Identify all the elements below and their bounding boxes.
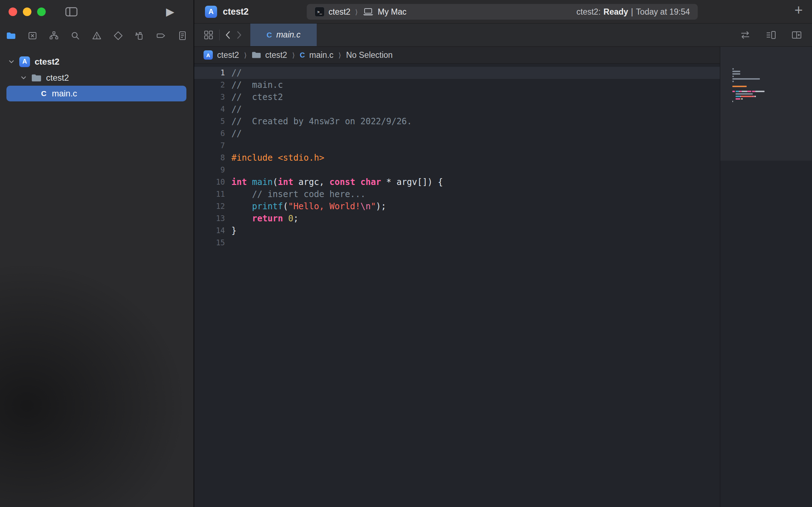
code-lines: 1//2// main.c3// ctest24//5// Created by…	[194, 67, 720, 249]
minimap[interactable]	[720, 47, 812, 507]
line-number: 4	[194, 105, 225, 114]
code-line[interactable]: 6//	[194, 127, 720, 140]
line-number: 13	[194, 214, 225, 223]
add-editor-button[interactable]	[791, 30, 802, 40]
code-line[interactable]: 7	[194, 140, 720, 152]
code-line[interactable]: 14}	[194, 225, 720, 237]
minimap-visible-region[interactable]	[720, 47, 812, 161]
xcode-project-icon: A	[204, 50, 213, 60]
tab-bar: C main.c	[194, 24, 812, 47]
line-number: 15	[194, 239, 225, 247]
code-line[interactable]: 1//	[194, 67, 720, 79]
code-line[interactable]: 2// main.c	[194, 79, 720, 91]
jumpbar-item-selection[interactable]: No Selection	[346, 50, 392, 60]
activity-status[interactable]: ctest2: Ready | Today at 19:54	[576, 7, 690, 17]
line-number: 3	[194, 93, 225, 101]
code-line[interactable]: 11 // insert code here...	[194, 188, 720, 200]
code-line[interactable]: 15	[194, 237, 720, 249]
line-number: 14	[194, 226, 225, 235]
tab-main-c[interactable]: C main.c	[250, 24, 317, 46]
line-number: 2	[194, 81, 225, 89]
go-back-button[interactable]	[225, 31, 231, 39]
code-line[interactable]: 4//	[194, 103, 720, 115]
jumpbar-item-project[interactable]: ctest2	[217, 50, 239, 60]
zoom-window-button[interactable]	[37, 7, 46, 16]
destination-laptop-icon	[362, 8, 374, 16]
xcode-project-icon: A	[19, 56, 30, 67]
scheme-destination: My Mac	[378, 7, 407, 17]
tab-overview-button[interactable]	[204, 30, 214, 40]
jump-bar: A ctest2 ⟩ ctest2 ⟩ C main.c ⟩ No Select…	[194, 47, 720, 64]
line-number: 11	[194, 190, 225, 199]
chevron-separator-icon: ⟩	[243, 51, 247, 59]
code-line[interactable]: 8#include <stdio.h>	[194, 152, 720, 164]
jumpbar-item-file[interactable]: main.c	[309, 50, 334, 60]
line-number: 12	[194, 202, 225, 211]
tab-bar-left-controls	[204, 30, 242, 40]
scheme-name: ctest2	[329, 7, 350, 17]
library-button[interactable]: +	[795, 3, 803, 17]
tree-item-file-selected[interactable]: C main.c	[6, 86, 186, 101]
jumpbar-item-group[interactable]: ctest2	[265, 50, 287, 60]
tree-item-label: ctest2	[35, 57, 59, 67]
tree-item-group[interactable]: ctest2	[0, 70, 194, 86]
tab-label: main.c	[276, 30, 301, 40]
divider	[219, 30, 220, 40]
chevron-separator-icon: ⟩	[291, 51, 295, 59]
folder-icon	[31, 74, 41, 82]
line-number: 6	[194, 129, 225, 138]
folder-icon	[252, 51, 261, 59]
go-forward-button[interactable]	[236, 31, 242, 39]
project-app-icon: A	[205, 6, 217, 18]
code-line[interactable]: 9	[194, 164, 720, 176]
line-number: 10	[194, 178, 225, 186]
close-window-button[interactable]	[9, 7, 17, 16]
disclosure-chevron-icon[interactable]	[9, 60, 14, 63]
run-button[interactable]: ▶	[166, 6, 174, 17]
test-navigator-icon[interactable]	[113, 30, 124, 41]
report-navigator-icon[interactable]	[177, 30, 188, 41]
minimize-window-button[interactable]	[23, 7, 31, 16]
line-number: 9	[194, 166, 225, 174]
status-state: Ready	[603, 7, 628, 17]
code-review-button[interactable]	[740, 30, 751, 40]
toggle-sidebar-button[interactable]	[65, 7, 77, 16]
sidebar-toggle-icon	[65, 7, 77, 16]
minimap-empty-region	[720, 161, 812, 507]
disclosure-chevron-icon[interactable]	[21, 76, 26, 79]
scheme-selector[interactable]: >_ ctest2 ⟩ My Mac	[315, 7, 406, 17]
code-line[interactable]: 3// ctest2	[194, 91, 720, 103]
c-file-icon: C	[41, 89, 46, 98]
target-terminal-icon: >_	[315, 7, 325, 17]
c-file-icon: C	[267, 31, 272, 39]
line-number: 1	[194, 69, 225, 77]
debug-navigator-icon[interactable]	[134, 30, 145, 41]
tree-item-project[interactable]: A ctest2	[0, 54, 194, 70]
symbol-navigator-icon[interactable]	[49, 30, 59, 41]
navigator-sidebar: ▶	[0, 0, 194, 507]
editor-area: A ctest2 >_ ctest2 ⟩ My Mac ctest2: Read…	[194, 0, 812, 507]
c-file-icon: C	[300, 51, 305, 59]
code-line[interactable]: 5// Created by 4nsw3r on 2022/9/26.	[194, 115, 720, 127]
source-control-navigator-icon[interactable]	[27, 30, 38, 41]
status-time: Today at 19:54	[636, 7, 690, 17]
code-line[interactable]: 12 printf("Hello, World!\n");	[194, 200, 720, 212]
toolbar: A ctest2 >_ ctest2 ⟩ My Mac ctest2: Read…	[194, 0, 812, 24]
find-navigator-icon[interactable]	[70, 30, 81, 41]
project-navigator-icon[interactable]	[6, 30, 16, 41]
line-number: 7	[194, 141, 225, 150]
source-editor[interactable]: 1//2// main.c3// ctest24//5// Created by…	[194, 64, 720, 507]
code-line[interactable]: 10int main(int argc, const char * argv[]…	[194, 176, 720, 188]
toolbar-center-pill: >_ ctest2 ⟩ My Mac ctest2: Ready | Today…	[307, 4, 698, 20]
issue-navigator-icon[interactable]	[91, 30, 102, 41]
window-controls	[9, 7, 46, 16]
editor-body: A ctest2 ⟩ ctest2 ⟩ C main.c ⟩ No Select…	[194, 47, 812, 507]
navigator-tab-bar	[0, 24, 194, 48]
editor-options-button[interactable]	[766, 30, 776, 40]
line-number: 8	[194, 154, 225, 162]
breakpoint-navigator-icon[interactable]	[156, 30, 166, 41]
tab-bar-right-controls	[740, 30, 802, 40]
status-separator: |	[631, 7, 633, 17]
minimap-code	[732, 68, 812, 105]
code-line[interactable]: 13 return 0;	[194, 212, 720, 225]
